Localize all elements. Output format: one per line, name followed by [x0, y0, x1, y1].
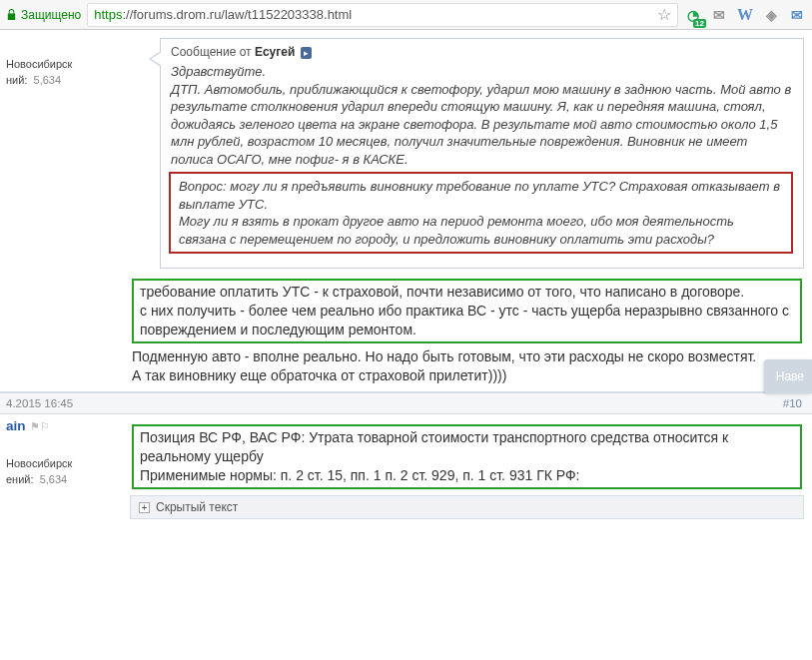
secure-label: Защищено	[21, 8, 81, 22]
quote-author: Есугей	[255, 45, 295, 59]
spoiler-label: Скрытый текст	[156, 500, 238, 514]
username-link[interactable]: ain	[6, 418, 26, 433]
car-icon: ⚑⚐	[30, 420, 50, 432]
reply-line: с них получить - более чем реально ибо п…	[140, 302, 794, 339]
user-column: ain⚑⚐ Новосибирск ений: 5,634	[0, 414, 130, 525]
post-row: ain⚑⚐ Новосибирск ений: 5,634 Позиция ВС…	[0, 414, 812, 525]
envelope-icon[interactable]: ✉	[788, 6, 806, 24]
reply-text: требование оплатить УТС - к страховой, п…	[130, 279, 804, 384]
user-msg-count: ений: 5,634	[6, 473, 124, 485]
highlighted-answer-green: Позиция ВС РФ, ВАС РФ: Утрата товарной с…	[132, 424, 802, 489]
forum-body: Новосибирск ний: 5,634 Сообщение от Есуг…	[0, 30, 812, 525]
mail-icon[interactable]: ✉	[710, 6, 728, 24]
reply-line: Позиция ВС РФ, ВАС РФ: Утрата товарной с…	[140, 428, 794, 466]
quote-greeting: Здравствуйте.	[171, 63, 793, 81]
user-msg-count: ний: 5,634	[6, 74, 124, 86]
post-content: Позиция ВС РФ, ВАС РФ: Утрата товарной с…	[130, 414, 812, 525]
user-city: Новосибирск	[6, 58, 124, 70]
quote-paragraph: ДТП. Автомобиль, приближающийся к светоф…	[171, 81, 793, 169]
quote-box: Сообщение от Есугей ▸ Здравствуйте. ДТП.…	[160, 38, 804, 269]
extension-icon-1[interactable]: ◔12	[684, 6, 702, 24]
username-line: ain⚑⚐	[6, 418, 124, 433]
quote-red-line: Вопрос: могу ли я предъявить виновнику т…	[179, 178, 783, 213]
diamond-icon[interactable]: ◈	[762, 6, 780, 24]
reply-line: Подменную авто - вполне реально. Но надо…	[132, 347, 802, 366]
quote-header: Сообщение от Есугей ▸	[161, 39, 803, 63]
reply-line: Применимые нормы: п. 2 ст. 15, пп. 1 п. …	[140, 466, 794, 485]
post-number[interactable]: #10	[783, 397, 802, 409]
spoiler-toggle[interactable]: +Скрытый текст	[130, 495, 804, 519]
extension-badge: 12	[693, 19, 706, 28]
post-date: 4.2015 16:45	[6, 397, 783, 409]
reply-line: требование оплатить УТС - к страховой, п…	[140, 283, 794, 302]
w-icon[interactable]: W	[736, 6, 754, 24]
browser-address-bar: Защищено https://forums.drom.ru/law/t115…	[0, 0, 812, 30]
reply-line: А так виновнику еще обраточка от страхов…	[132, 366, 802, 385]
hover-reply-button[interactable]: Наве	[764, 359, 812, 393]
user-column: Новосибирск ний: 5,634	[0, 30, 130, 391]
url-input[interactable]: https://forums.drom.ru/law/t1152203338.h…	[87, 3, 678, 27]
url-scheme: https	[94, 7, 122, 22]
secure-badge: Защищено	[6, 8, 81, 22]
reply-text: Позиция ВС РФ, ВАС РФ: Утрата товарной с…	[130, 424, 804, 489]
post-header-bar: 4.2015 16:45 #10	[0, 392, 812, 414]
quote-red-line: Могу ли я взять в прокат другое авто на …	[179, 213, 783, 248]
quote-body: Здравствуйте. ДТП. Автомобиль, приближаю…	[161, 63, 803, 268]
bookmark-star-icon[interactable]: ☆	[657, 5, 671, 24]
user-city: Новосибирск	[6, 457, 124, 469]
post-row: Новосибирск ний: 5,634 Сообщение от Есуг…	[0, 30, 812, 392]
url-rest: ://forums.drom.ru/law/t1152203338.html	[122, 7, 352, 22]
quote-prefix: Сообщение от	[171, 45, 252, 59]
lock-icon	[6, 8, 17, 21]
highlighted-question-red: Вопрос: могу ли я предъявить виновнику т…	[169, 172, 793, 254]
post-content: Сообщение от Есугей ▸ Здравствуйте. ДТП.…	[130, 30, 812, 391]
extension-icons: ◔12 ✉ W ◈ ✉	[684, 6, 806, 24]
plus-icon: +	[139, 502, 150, 513]
quote-jump-icon[interactable]: ▸	[301, 47, 312, 59]
highlighted-answer-green: требование оплатить УТС - к страховой, п…	[132, 279, 802, 343]
